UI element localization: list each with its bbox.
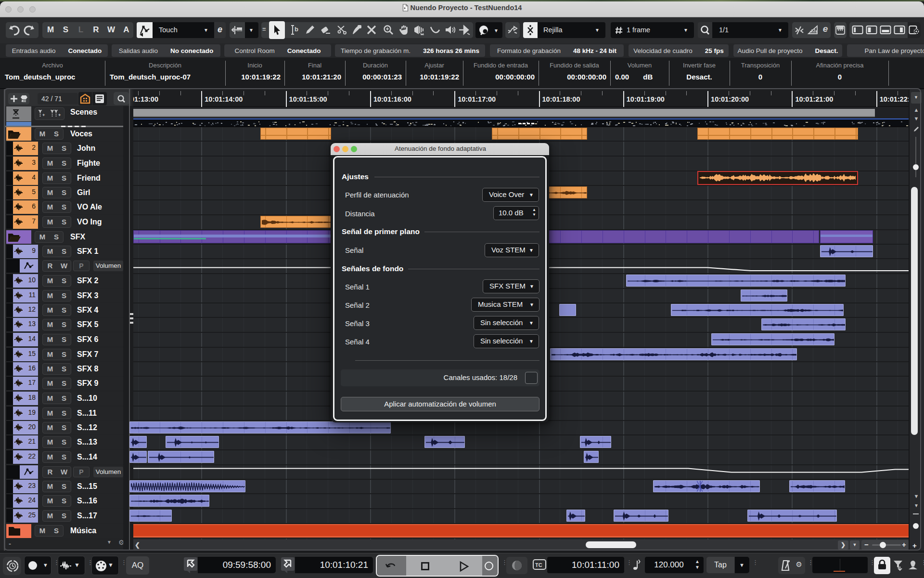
svg-text:TC: TC bbox=[535, 562, 542, 568]
svg-text:b: b bbox=[295, 26, 298, 33]
svg-text:+: + bbox=[58, 113, 61, 118]
svg-text:+: + bbox=[42, 113, 45, 118]
